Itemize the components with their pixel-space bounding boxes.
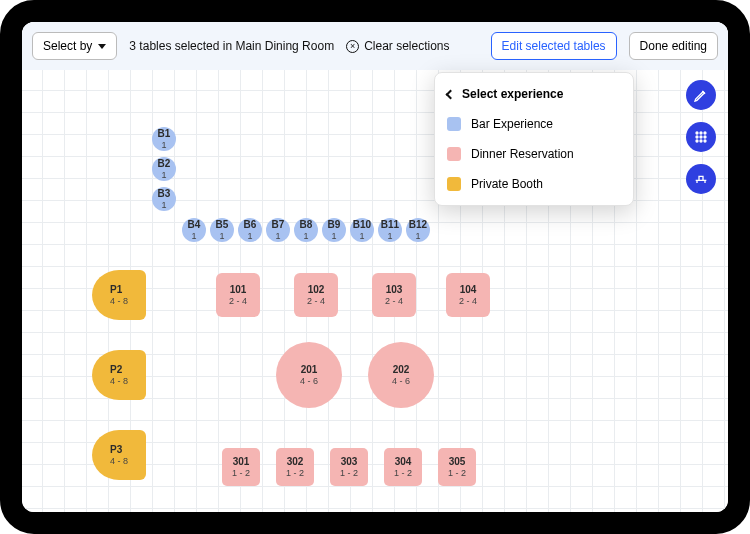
booth-table[interactable]: P14 - 8 <box>92 270 146 320</box>
experience-menu-item-label: Private Booth <box>471 177 543 191</box>
bar-table[interactable]: B11 <box>152 127 176 151</box>
dinner-table[interactable]: 3021 - 2 <box>276 448 314 486</box>
select-by-label: Select by <box>43 39 92 53</box>
experience-menu-item[interactable]: Bar Experience <box>435 109 633 139</box>
chevron-left-icon <box>446 89 456 99</box>
table-capacity: 1 <box>415 231 420 241</box>
table-capacity: 1 <box>275 231 280 241</box>
bar-table[interactable]: B101 <box>350 218 374 242</box>
table-capacity: 4 - 8 <box>110 376 128 386</box>
dinner-table[interactable]: 1012 - 4 <box>216 273 260 317</box>
bar-table[interactable]: B61 <box>238 218 262 242</box>
table-label: 104 <box>460 284 477 295</box>
booth-table[interactable]: P24 - 8 <box>92 350 146 400</box>
dinner-table[interactable]: 1022 - 4 <box>294 273 338 317</box>
table-label: B2 <box>158 158 171 169</box>
fab-chairs[interactable] <box>686 164 716 194</box>
dinner-table[interactable]: 3051 - 2 <box>438 448 476 486</box>
dinner-table[interactable]: 2014 - 6 <box>276 342 342 408</box>
table-label: B8 <box>300 219 313 230</box>
bar-table[interactable]: B51 <box>210 218 234 242</box>
table-label: B6 <box>244 219 257 230</box>
dinner-table[interactable]: 1042 - 4 <box>446 273 490 317</box>
table-capacity: 1 <box>331 231 336 241</box>
table-capacity: 1 <box>219 231 224 241</box>
bar-table[interactable]: B111 <box>378 218 402 242</box>
table-label: P2 <box>110 364 128 375</box>
table-label: 101 <box>230 284 247 295</box>
table-label: B5 <box>216 219 229 230</box>
table-label: 103 <box>386 284 403 295</box>
table-capacity: 1 - 2 <box>232 468 250 478</box>
table-capacity: 2 - 4 <box>229 296 247 306</box>
table-label: 303 <box>341 456 358 467</box>
table-capacity: 1 - 2 <box>394 468 412 478</box>
clear-selections-button[interactable]: × Clear selections <box>346 39 449 53</box>
table-label: B10 <box>353 219 371 230</box>
color-swatch <box>447 177 461 191</box>
table-label: P3 <box>110 444 128 455</box>
bar-table[interactable]: B21 <box>152 157 176 181</box>
dinner-table[interactable]: 3041 - 2 <box>384 448 422 486</box>
table-capacity: 1 <box>161 170 166 180</box>
svg-point-4 <box>700 136 702 138</box>
done-editing-label: Done editing <box>640 39 707 53</box>
tablet-frame: Select by 3 tables selected in Main Dini… <box>0 0 750 534</box>
edit-selected-tables-button[interactable]: Edit selected tables <box>491 32 617 60</box>
fab-column <box>686 80 716 194</box>
dinner-table[interactable]: 3031 - 2 <box>330 448 368 486</box>
done-editing-button[interactable]: Done editing <box>629 32 718 60</box>
experience-menu: Select experience Bar ExperienceDinner R… <box>434 72 634 206</box>
table-capacity: 4 - 6 <box>300 376 318 386</box>
experience-menu-head[interactable]: Select experience <box>435 79 633 109</box>
fab-grid[interactable] <box>686 122 716 152</box>
experience-menu-item[interactable]: Dinner Reservation <box>435 139 633 169</box>
bar-table[interactable]: B31 <box>152 187 176 211</box>
svg-point-3 <box>696 136 698 138</box>
table-label: B11 <box>381 219 399 230</box>
bar-table[interactable]: B81 <box>294 218 318 242</box>
table-label: 304 <box>395 456 412 467</box>
fab-draw[interactable] <box>686 80 716 110</box>
select-by-button[interactable]: Select by <box>32 32 117 60</box>
table-capacity: 2 - 4 <box>385 296 403 306</box>
table-capacity: 1 <box>359 231 364 241</box>
bar-table[interactable]: B71 <box>266 218 290 242</box>
edit-selected-tables-label: Edit selected tables <box>502 39 606 53</box>
grid-icon <box>693 129 709 145</box>
bar-table[interactable]: B121 <box>406 218 430 242</box>
table-label: B1 <box>158 128 171 139</box>
table-capacity: 1 - 2 <box>448 468 466 478</box>
svg-point-1 <box>700 132 702 134</box>
svg-point-7 <box>700 140 702 142</box>
table-label: 301 <box>233 456 250 467</box>
table-label: 305 <box>449 456 466 467</box>
booth-table[interactable]: P34 - 8 <box>92 430 146 480</box>
bar-table[interactable]: B91 <box>322 218 346 242</box>
table-capacity: 1 <box>247 231 252 241</box>
table-label: B7 <box>272 219 285 230</box>
dinner-table[interactable]: 1032 - 4 <box>372 273 416 317</box>
svg-point-0 <box>696 132 698 134</box>
table-label: 202 <box>393 364 410 375</box>
experience-menu-item[interactable]: Private Booth <box>435 169 633 199</box>
table-capacity: 2 - 4 <box>459 296 477 306</box>
svg-point-8 <box>704 140 706 142</box>
clear-selections-label: Clear selections <box>364 39 449 53</box>
table-label: B4 <box>188 219 201 230</box>
dinner-table[interactable]: 2024 - 6 <box>368 342 434 408</box>
table-label: P1 <box>110 284 128 295</box>
bar-table[interactable]: B41 <box>182 218 206 242</box>
svg-point-2 <box>704 132 706 134</box>
pencil-icon <box>693 87 709 103</box>
table-capacity: 1 <box>161 140 166 150</box>
table-capacity: 1 <box>303 231 308 241</box>
dinner-table[interactable]: 3011 - 2 <box>222 448 260 486</box>
table-capacity: 1 - 2 <box>340 468 358 478</box>
table-capacity: 1 <box>191 231 196 241</box>
table-label: B3 <box>158 188 171 199</box>
chairs-icon <box>693 171 709 187</box>
x-circle-icon: × <box>346 40 359 53</box>
table-capacity: 4 - 6 <box>392 376 410 386</box>
app-screen: Select by 3 tables selected in Main Dini… <box>22 22 728 512</box>
